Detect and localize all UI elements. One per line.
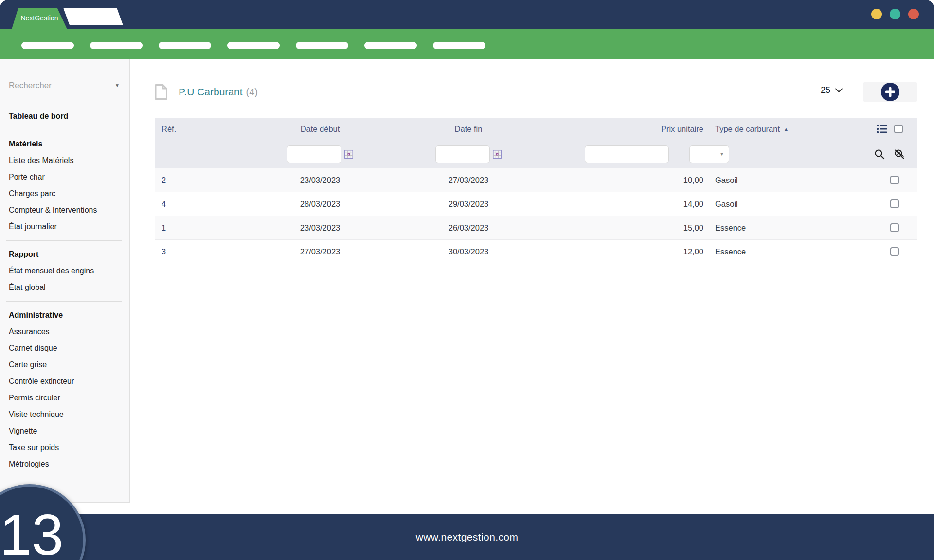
column-header-type-carburant[interactable]: Type de carburant ▲ <box>704 125 832 134</box>
inactive-tab-placeholder[interactable] <box>63 8 123 25</box>
sidebar-item-etat-global[interactable]: État global <box>9 279 129 296</box>
cell-date-fin: 29/03/2023 <box>388 199 549 209</box>
sidebar-section-rapport: Rapport <box>9 246 129 263</box>
cell-prix-unitaire: 10,00 <box>549 176 704 185</box>
ref-link[interactable]: 3 <box>162 247 166 256</box>
menu-item-placeholder-2[interactable] <box>90 42 143 49</box>
footer-url: www.nextgestion.com <box>416 531 519 543</box>
document-icon <box>155 84 167 100</box>
cell-prix-unitaire: 12,00 <box>549 247 704 256</box>
sidebar-item-permis-circuler[interactable]: Permis circuler <box>9 390 129 406</box>
filter-prix-unitaire-input[interactable] <box>585 145 669 163</box>
menu-item-placeholder-5[interactable] <box>296 42 348 49</box>
sidebar-item-compteur-interventions[interactable]: Compteur & Interventions <box>9 202 129 218</box>
column-header-label: Type de carburant <box>715 125 780 134</box>
table-row[interactable]: 4 28/03/2023 29/03/2023 14,00 Gasoil <box>155 192 917 216</box>
filter-date-debut-input[interactable] <box>287 145 341 163</box>
footer: www.nextgestion.com <box>0 514 934 560</box>
filter-type-carburant-select[interactable]: ▼ <box>689 145 729 163</box>
menu-item-placeholder-7[interactable] <box>433 42 485 49</box>
cell-date-debut: 28/03/2023 <box>252 199 388 209</box>
main-menu-bar <box>0 29 934 59</box>
table-row[interactable]: 2 23/03/2023 27/03/2023 10,00 Gasoil <box>155 168 917 192</box>
cell-prix-unitaire: 14,00 <box>549 199 704 209</box>
page-size-select[interactable]: 25 <box>815 84 844 100</box>
window-control-yellow-icon[interactable] <box>871 9 882 19</box>
search-placeholder-text: Rechercher <box>9 81 52 90</box>
column-header-prix-unitaire[interactable]: Prix unitaire <box>549 125 704 134</box>
column-header-date-fin[interactable]: Date fin <box>388 125 549 134</box>
sidebar-item-tableau-de-bord[interactable]: Tableau de bord <box>9 108 129 125</box>
sidebar-item-taxe-sur-poids[interactable]: Taxe sur poids <box>9 439 129 456</box>
apply-search-icon[interactable] <box>874 149 885 160</box>
row-checkbox[interactable] <box>890 199 899 208</box>
app-window: NextGestion Rechercher ▼ Tableau de bord <box>0 0 934 560</box>
row-checkbox[interactable] <box>890 247 899 256</box>
clear-search-icon[interactable] <box>894 149 905 160</box>
sidebar-item-carnet-disque[interactable]: Carnet disque <box>9 340 129 357</box>
ref-link[interactable]: 2 <box>162 176 166 184</box>
sidebar-item-visite-technique[interactable]: Visite technique <box>9 406 129 423</box>
calendar-picker-icon[interactable] <box>344 150 353 159</box>
menu-item-placeholder-6[interactable] <box>364 42 417 49</box>
row-checkbox[interactable] <box>890 223 899 232</box>
sidebar-item-assurances[interactable]: Assurances <box>9 324 129 340</box>
table-header-row: Réf. Date début Date fin Prix unitaire T… <box>155 118 917 140</box>
cell-prix-unitaire: 15,00 <box>549 223 704 233</box>
cell-type-carburant: Gasoil <box>704 176 832 185</box>
sidebar-search-select[interactable]: Rechercher ▼ <box>9 81 120 95</box>
menu-item-placeholder-4[interactable] <box>227 42 280 49</box>
menu-item-placeholder-3[interactable] <box>159 42 211 49</box>
data-table: Réf. Date début Date fin Prix unitaire T… <box>155 118 917 263</box>
sidebar-item-controle-extincteur[interactable]: Contrôle extincteur <box>9 373 129 390</box>
sidebar-item-porte-char[interactable]: Porte char <box>9 169 129 185</box>
select-all-checkbox[interactable] <box>894 125 903 133</box>
row-checkbox[interactable] <box>890 176 899 184</box>
table-filter-row: ▼ <box>155 140 917 168</box>
ref-link[interactable]: 1 <box>162 223 166 232</box>
sidebar-divider <box>6 130 122 130</box>
cell-type-carburant: Gasoil <box>704 199 832 209</box>
sidebar-item-etat-mensuel-des-engins[interactable]: État mensuel des engins <box>9 263 129 279</box>
window-control-red-icon[interactable] <box>908 9 919 19</box>
sidebar-item-metrologies[interactable]: Métrologies <box>9 456 129 472</box>
window-controls <box>871 9 919 19</box>
add-record-button[interactable] <box>863 82 917 102</box>
cell-date-fin: 30/03/2023 <box>388 247 549 256</box>
page-size-value: 25 <box>821 85 830 95</box>
chevron-down-icon <box>835 85 843 93</box>
window-control-teal-icon[interactable] <box>890 9 900 19</box>
sidebar-item-vignette[interactable]: Vignette <box>9 423 129 439</box>
page-number-text: 13 <box>0 502 64 560</box>
brand-tab[interactable]: NextGestion <box>12 8 67 29</box>
record-count: (4) <box>246 87 258 98</box>
chevron-down-icon: ▼ <box>719 152 724 157</box>
sidebar-section-materiels: Matériels <box>9 136 129 152</box>
ref-link[interactable]: 4 <box>162 199 166 208</box>
table-row[interactable]: 3 27/03/2023 30/03/2023 12,00 Essence <box>155 240 917 263</box>
header-actions <box>832 124 917 134</box>
cell-date-fin: 27/03/2023 <box>388 176 549 185</box>
sidebar-divider <box>6 301 122 302</box>
sidebar-nav: Tableau de bord Matériels Liste des Maté… <box>0 95 129 472</box>
plus-icon <box>881 83 899 101</box>
sidebar-item-liste-des-materiels[interactable]: Liste des Matériels <box>9 152 129 169</box>
sidebar-item-carte-grise[interactable]: Carte grise <box>9 357 129 373</box>
calendar-picker-icon[interactable] <box>493 150 502 159</box>
filter-date-fin-input[interactable] <box>435 145 490 163</box>
menu-item-placeholder-1[interactable] <box>21 42 74 49</box>
sidebar: Rechercher ▼ Tableau de bord Matériels L… <box>0 59 130 503</box>
column-header-ref[interactable]: Réf. <box>155 125 252 134</box>
cell-date-debut: 23/03/2023 <box>252 223 388 233</box>
column-header-date-debut[interactable]: Date début <box>252 125 388 134</box>
page-body: Rechercher ▼ Tableau de bord Matériels L… <box>0 59 934 514</box>
main-content: P.U Carburant (4) 25 <box>130 59 934 514</box>
table-row[interactable]: 1 23/03/2023 26/03/2023 15,00 Essence <box>155 216 917 240</box>
chevron-down-icon: ▼ <box>115 83 120 88</box>
sidebar-item-etat-journalier[interactable]: État journalier <box>9 218 129 235</box>
content-header: P.U Carburant (4) 25 <box>155 81 917 103</box>
brand-logo-text: NextGestion <box>20 14 58 22</box>
page-title: P.U Carburant <box>179 86 243 98</box>
sidebar-item-charges-parc[interactable]: Charges parc <box>9 185 129 202</box>
list-view-icon[interactable] <box>877 124 887 134</box>
